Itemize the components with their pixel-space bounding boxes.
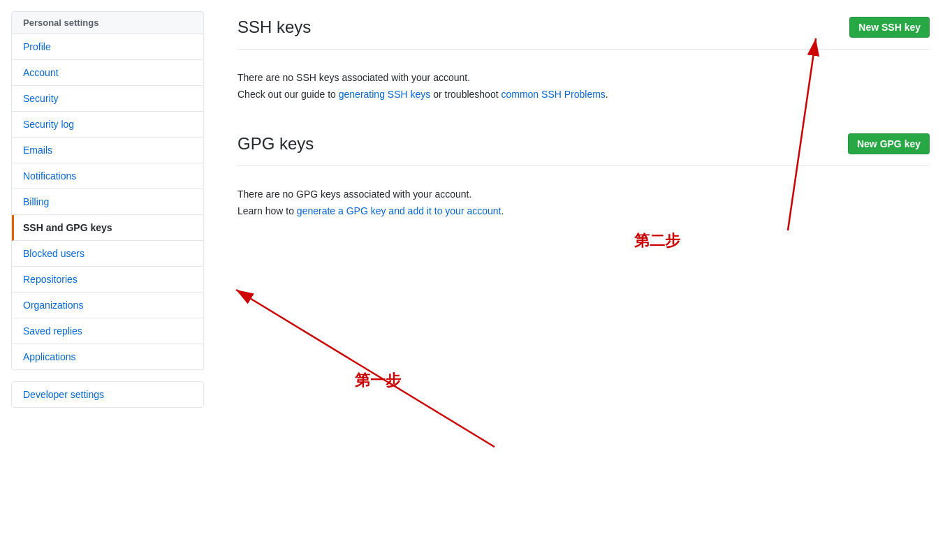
gpg-guide-suffix: . <box>501 205 504 216</box>
main-content: SSH keys New SSH key There are no SSH ke… <box>215 0 952 560</box>
sidebar: Personal settings ProfileAccountSecurity… <box>0 0 215 560</box>
ssh-guide-prefix: Check out our guide to <box>237 89 339 100</box>
ssh-guide-middle: or troubleshoot <box>430 89 501 100</box>
sidebar-item-notifications[interactable]: Notifications <box>12 163 203 189</box>
new-gpg-key-button[interactable]: New GPG key <box>848 133 930 154</box>
gpg-section-title: GPG keys <box>237 134 314 154</box>
sidebar-item-developer-settings[interactable]: Developer settings <box>12 382 203 407</box>
sidebar-item-profile[interactable]: Profile <box>12 34 203 60</box>
sidebar-item-security[interactable]: Security <box>12 86 203 112</box>
sidebar-item-emails[interactable]: Emails <box>12 138 203 163</box>
sidebar-nav: ProfileAccountSecuritySecurity logEmails… <box>11 34 204 370</box>
ssh-no-keys-text: There are no SSH keys associated with yo… <box>237 72 930 83</box>
step2-label: 第二步 <box>634 230 680 251</box>
sidebar-item-repositories[interactable]: Repositories <box>12 267 203 293</box>
step1-label: 第一步 <box>355 370 401 391</box>
sidebar-item-security-log[interactable]: Security log <box>12 112 203 138</box>
sidebar-item-account[interactable]: Account <box>12 60 203 86</box>
gpg-section-header: GPG keys New GPG key <box>237 133 930 166</box>
sidebar-item-organizations[interactable]: Organizations <box>12 293 203 318</box>
gpg-guide-prefix: Learn how to <box>237 205 297 216</box>
sidebar-item-blocked-users[interactable]: Blocked users <box>12 241 203 267</box>
sidebar-item-ssh-gpg-keys[interactable]: SSH and GPG keys <box>12 215 203 241</box>
sidebar-item-billing[interactable]: Billing <box>12 189 203 215</box>
gpg-keys-section: GPG keys New GPG key There are no GPG ke… <box>237 133 930 228</box>
new-ssh-key-button[interactable]: New SSH key <box>849 17 930 38</box>
sidebar-item-applications[interactable]: Applications <box>12 344 203 369</box>
sidebar-header: Personal settings <box>11 11 204 34</box>
sidebar-item-saved-replies[interactable]: Saved replies <box>12 318 203 344</box>
step1-arrow <box>236 290 495 447</box>
ssh-guide-text: Check out our guide to generating SSH ke… <box>237 89 930 100</box>
sidebar-bottom-nav: Developer settings <box>11 381 204 408</box>
gpg-guide-link[interactable]: generate a GPG key and add it to your ac… <box>297 205 501 216</box>
ssh-section-title: SSH keys <box>237 17 311 37</box>
ssh-section-header: SSH keys New SSH key <box>237 17 930 50</box>
ssh-keys-section: SSH keys New SSH key There are no SSH ke… <box>237 17 930 111</box>
gpg-guide-text: Learn how to generate a GPG key and add … <box>237 205 930 216</box>
ssh-guide-link2[interactable]: common SSH Problems <box>501 89 605 100</box>
ssh-guide-link1[interactable]: generating SSH keys <box>339 89 431 100</box>
gpg-no-keys-text: There are no GPG keys associated with yo… <box>237 189 930 200</box>
ssh-section-body: There are no SSH keys associated with yo… <box>237 61 930 111</box>
gpg-section-body: There are no GPG keys associated with yo… <box>237 177 930 228</box>
ssh-guide-suffix: . <box>606 89 608 100</box>
